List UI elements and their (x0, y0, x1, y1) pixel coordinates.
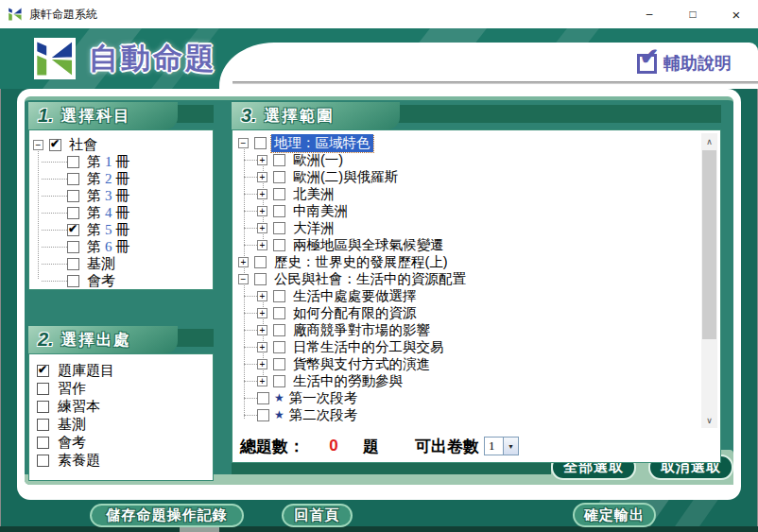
tree-item-label[interactable]: 大洋洲 (290, 219, 337, 237)
checkbox[interactable] (67, 190, 79, 202)
tree-item[interactable]: + 歷史：世界史的發展歷程(上) (236, 253, 699, 270)
checkbox[interactable] (273, 205, 285, 217)
tree-item-label[interactable]: 如何分配有限的資源 (290, 304, 420, 322)
tree-item[interactable]: + 日常生活中的分工與交易 (236, 338, 699, 355)
checkbox[interactable]: ✔ (49, 139, 61, 151)
checkbox[interactable] (273, 188, 285, 200)
tree-item[interactable]: − 公民與社會：生活中的資源配置 (236, 270, 699, 287)
help-button[interactable]: ✔ 輔助說明 (637, 52, 732, 75)
list-item-label[interactable]: 習作 (55, 380, 89, 398)
collapse-icon[interactable]: − (238, 274, 249, 284)
confirm-output-button[interactable]: 確定輸出 (573, 503, 656, 527)
tree-item-label[interactable]: 第5冊 (84, 221, 133, 239)
expand-icon[interactable]: + (257, 155, 267, 165)
list-item-label[interactable]: 會考 (55, 434, 89, 452)
checkbox[interactable] (273, 290, 285, 302)
list-item-label[interactable]: 素養題 (55, 452, 103, 470)
checkbox[interactable] (67, 258, 79, 270)
checkbox[interactable] (67, 207, 79, 219)
tree-item[interactable]: 第3冊 (33, 187, 213, 204)
tree-item[interactable]: 會考 (33, 272, 213, 289)
checkbox[interactable] (37, 383, 49, 395)
save-record-button[interactable]: 儲存命題操作記錄 (90, 504, 244, 527)
checkbox[interactable] (273, 324, 285, 336)
tree-item-label[interactable]: 社會 (66, 136, 100, 154)
checkbox[interactable] (273, 222, 285, 234)
checkbox[interactable] (37, 401, 49, 413)
checkbox[interactable] (37, 419, 49, 431)
tree-item-label[interactable]: 歐洲(二)與俄羅斯 (290, 168, 401, 186)
checkbox[interactable]: ✔ (67, 224, 79, 236)
expand-icon[interactable]: + (257, 342, 267, 352)
sheet-count-select[interactable]: 1 ▼ (484, 437, 519, 455)
tree-item-label[interactable]: 歐洲(一) (290, 151, 346, 169)
checkbox[interactable]: ✔ (37, 365, 49, 377)
tree-item[interactable]: + 中南美洲 (236, 202, 699, 219)
list-item[interactable]: 習作 (37, 380, 213, 398)
expand-icon[interactable]: + (257, 376, 267, 386)
tree-item[interactable]: 第6冊 (33, 238, 213, 255)
checkbox[interactable] (67, 241, 79, 253)
tree-item-label[interactable]: 兩極地區與全球氣候變遷 (290, 236, 447, 254)
expand-icon[interactable]: + (257, 223, 267, 233)
tree-item-label[interactable]: 第一次段考 (286, 389, 361, 407)
scrollbar[interactable]: ∧ ∨ (701, 133, 717, 428)
tree-item[interactable]: + 歐洲(一) (236, 151, 699, 168)
tree-item[interactable]: + 大洋洲 (236, 219, 699, 236)
tree-item-label[interactable]: 第6冊 (84, 238, 133, 256)
tree-item-label[interactable]: 第4冊 (84, 204, 133, 222)
tree-item-label[interactable]: 歷史：世界史的發展歷程(上) (271, 253, 451, 271)
close-button[interactable]: × (715, 0, 758, 28)
checkbox[interactable] (273, 239, 285, 251)
tree-item-label-selected[interactable]: 地理：區域特色 (271, 134, 373, 152)
tree-item[interactable]: + 貨幣與支付方式的演進 (236, 355, 699, 372)
list-item[interactable]: 基測 (37, 416, 213, 434)
checkbox[interactable] (67, 156, 79, 168)
tree-item-label[interactable]: 第1冊 (84, 153, 133, 171)
expand-icon[interactable]: + (257, 291, 267, 301)
list-item[interactable]: 練習本 (37, 398, 213, 416)
checkbox[interactable] (67, 173, 79, 185)
home-button[interactable]: 回首頁 (282, 504, 353, 527)
tree-item-label[interactable]: 基測 (84, 255, 126, 273)
tree-item-label[interactable]: 生活中的勞動參與 (290, 372, 405, 390)
tree-item[interactable]: + 生活中處處要做選擇 (236, 287, 699, 304)
expand-icon[interactable]: + (257, 359, 267, 369)
checkbox[interactable] (254, 256, 267, 268)
tree-item-label[interactable]: 第2冊 (84, 170, 133, 188)
tree-item[interactable]: + 歐洲(二)與俄羅斯 (236, 168, 699, 185)
checkbox[interactable] (257, 392, 269, 404)
tree-item[interactable]: ★ 第一次段考 (236, 389, 699, 406)
tree-item-root[interactable]: − ✔ 社會 (33, 136, 213, 153)
tree-item[interactable]: 基測 (33, 255, 213, 272)
expand-icon[interactable]: + (257, 189, 267, 199)
tree-item-label[interactable]: 會考 (84, 272, 126, 290)
list-item-label[interactable]: 題庫題目 (55, 362, 117, 380)
checkbox[interactable] (37, 437, 49, 449)
tree-item[interactable]: 第2冊 (33, 170, 213, 187)
collapse-icon[interactable]: − (33, 140, 43, 150)
list-item[interactable]: ✔ 題庫題目 (37, 362, 213, 380)
checkbox[interactable] (37, 455, 49, 467)
tree-item[interactable]: − 地理：區域特色 (236, 134, 699, 151)
list-item[interactable]: 會考 (37, 434, 213, 452)
scroll-down-button[interactable]: ∨ (701, 412, 717, 428)
tree-item-label[interactable]: 公民與社會：生活中的資源配置 (271, 270, 469, 288)
checkbox[interactable] (273, 171, 285, 183)
tree-item[interactable]: + 兩極地區與全球氣候變遷 (236, 236, 699, 253)
tree-item-label[interactable]: 北美洲 (290, 185, 337, 203)
list-item-label[interactable]: 練習本 (55, 398, 103, 416)
tree-item-label[interactable]: 生活中處處要做選擇 (290, 287, 420, 305)
tree-item-label[interactable]: 中南美洲 (290, 202, 351, 220)
checkbox[interactable] (273, 154, 285, 166)
maximize-button[interactable]: □ (671, 0, 715, 28)
list-item-label[interactable]: 基測 (55, 416, 89, 434)
scroll-up-button[interactable]: ∧ (701, 133, 717, 149)
expand-icon[interactable]: + (257, 206, 267, 216)
checkbox[interactable] (273, 375, 285, 387)
tree-item[interactable]: + 廠商競爭對市場的影響 (236, 321, 699, 338)
tree-item[interactable]: ★ 第二次段考 (236, 406, 699, 423)
tree-item[interactable]: + 如何分配有限的資源 (236, 304, 699, 321)
minimize-button[interactable]: – (628, 0, 671, 28)
checkbox[interactable] (273, 341, 285, 353)
